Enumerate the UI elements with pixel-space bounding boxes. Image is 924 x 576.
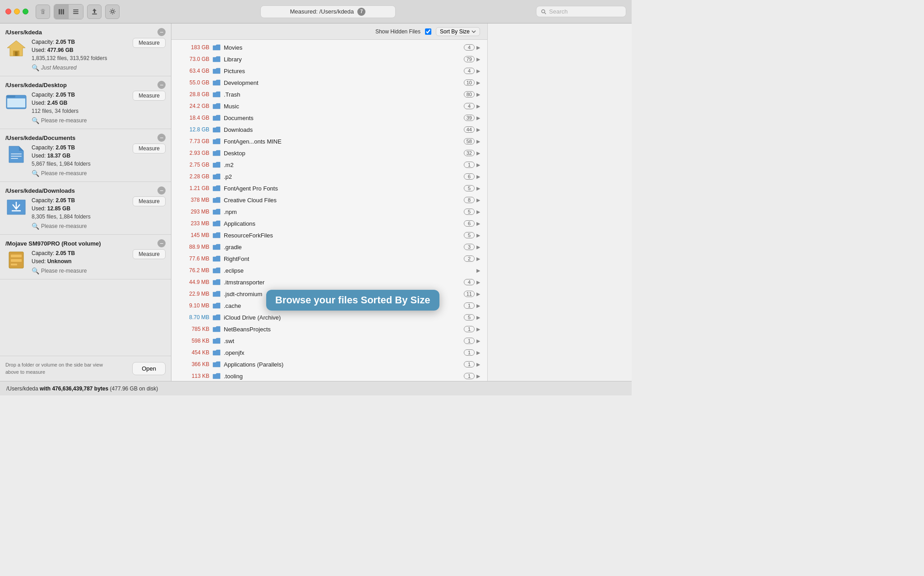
- file-row[interactable]: 8.70 MB iCloud Drive (Archive) 5 ▶: [171, 311, 487, 323]
- file-row[interactable]: 12.8 GB Downloads 44 ▶: [171, 124, 487, 135]
- file-row[interactable]: 113 KB .tooling 1 ▶: [171, 370, 487, 381]
- file-row[interactable]: 366 KB Applications (Parallels) 1 ▶: [171, 358, 487, 370]
- search-input-placeholder[interactable]: Search: [549, 8, 568, 15]
- view-list-button[interactable]: [69, 5, 83, 19]
- drill-arrow[interactable]: ▶: [475, 291, 482, 297]
- measure-button-3[interactable]: Measure: [133, 196, 166, 206]
- settings-button[interactable]: [105, 5, 120, 19]
- file-count: 11: [456, 291, 475, 297]
- file-row[interactable]: 7.73 GB FontAgen...onts MINE 58 ▶: [171, 135, 487, 147]
- sort-select[interactable]: Sort By Size: [436, 27, 480, 36]
- close-button[interactable]: [5, 9, 11, 14]
- sidebar-remove-2[interactable]: −: [157, 134, 166, 142]
- file-row[interactable]: 145 MB ResourceForkFiles 5 ▶: [171, 229, 487, 241]
- measure-button-1[interactable]: Measure: [133, 91, 166, 101]
- drill-arrow[interactable]: ▶: [475, 362, 482, 367]
- drill-arrow[interactable]: ▶: [475, 338, 482, 344]
- drill-arrow[interactable]: ▶: [475, 45, 482, 51]
- file-row[interactable]: 22.9 MB .jsdt-chromium 11 ▶: [171, 288, 487, 300]
- measure-button-2[interactable]: Measure: [133, 144, 166, 153]
- view-columns-button[interactable]: [54, 5, 69, 19]
- file-count: 4: [456, 44, 475, 51]
- folder-icon-docs: [5, 144, 27, 165]
- drill-arrow[interactable]: ▶: [475, 92, 482, 98]
- measure-button-4[interactable]: Measure: [133, 249, 166, 259]
- drill-arrow[interactable]: ▶: [475, 209, 482, 215]
- trash-button[interactable]: [36, 5, 50, 19]
- drill-arrow[interactable]: ▶: [475, 315, 482, 321]
- drill-arrow[interactable]: ▶: [475, 232, 482, 238]
- sidebar-remove-3[interactable]: −: [157, 186, 166, 195]
- measure-button-0[interactable]: Measure: [133, 38, 166, 48]
- export-button[interactable]: [87, 5, 102, 19]
- file-row[interactable]: 73.0 GB Library 79 ▶: [171, 53, 487, 65]
- file-row[interactable]: 55.0 GB Development 10 ▶: [171, 77, 487, 88]
- file-row[interactable]: 785 KB NetBeansProjects 1 ▶: [171, 323, 487, 335]
- file-row[interactable]: 598 KB .swt 1 ▶: [171, 335, 487, 347]
- maximize-button[interactable]: [23, 9, 28, 14]
- file-row[interactable]: 24.2 GB Music 4 ▶: [171, 100, 487, 112]
- drill-arrow[interactable]: ▶: [475, 56, 482, 62]
- drill-arrow[interactable]: ▶: [475, 103, 482, 109]
- file-name: NetBeansProjects: [224, 326, 456, 333]
- file-row[interactable]: 9.10 MB .cache 1 ▶: [171, 300, 487, 311]
- file-row[interactable]: 183 GB Movies 4 ▶: [171, 42, 487, 53]
- drill-arrow[interactable]: ▶: [475, 221, 482, 227]
- folder-icon-small: [211, 208, 222, 215]
- file-size: 73.0 GB: [177, 56, 209, 62]
- drill-arrow[interactable]: ▶: [475, 174, 482, 180]
- breadcrumb-pill[interactable]: Measured: /Users/kdeda 7: [260, 5, 396, 18]
- folder-icon-small: [211, 220, 222, 227]
- file-size: 76.2 MB: [177, 267, 209, 274]
- drill-arrow[interactable]: ▶: [475, 303, 482, 309]
- file-row[interactable]: 77.6 MB RightFont 2 ▶: [171, 253, 487, 265]
- file-row[interactable]: 88.9 MB .gradle 3 ▶: [171, 241, 487, 253]
- drill-arrow[interactable]: ▶: [475, 115, 482, 121]
- drill-arrow[interactable]: ▶: [475, 256, 482, 262]
- file-row[interactable]: 2.93 GB Desktop 32 ▶: [171, 147, 487, 159]
- show-hidden-checkbox[interactable]: [425, 28, 431, 35]
- file-name: Applications (Parallels): [224, 361, 456, 368]
- drill-arrow[interactable]: ▶: [475, 68, 482, 74]
- file-row[interactable]: 1.21 GB FontAgent Pro Fonts 5 ▶: [171, 182, 487, 194]
- drill-arrow[interactable]: ▶: [475, 127, 482, 133]
- minimize-button[interactable]: [14, 9, 20, 14]
- sidebar-path-2: /Users/kdeda/Documents: [5, 135, 75, 141]
- sidebar-remove-4[interactable]: −: [157, 239, 166, 247]
- drill-arrow[interactable]: ▶: [475, 139, 482, 144]
- drill-arrow[interactable]: ▶: [475, 326, 482, 332]
- file-row[interactable]: 2.75 GB .m2 1 ▶: [171, 159, 487, 171]
- file-row[interactable]: 76.2 MB .eclipse ▶: [171, 265, 487, 276]
- open-button[interactable]: Open: [132, 362, 166, 375]
- file-name: .itmstransporter: [224, 279, 456, 286]
- chevron-down-icon: [471, 30, 476, 33]
- drill-arrow[interactable]: ▶: [475, 197, 482, 203]
- file-row[interactable]: 378 MB Creative Cloud Files 8 ▶: [171, 194, 487, 206]
- drill-arrow[interactable]: ▶: [475, 268, 482, 274]
- file-row[interactable]: 233 MB Applications 6 ▶: [171, 218, 487, 229]
- file-name: .npm: [224, 209, 456, 215]
- file-row[interactable]: 293 MB .npm 5 ▶: [171, 206, 487, 218]
- file-row[interactable]: 2.28 GB .p2 6 ▶: [171, 171, 487, 182]
- svg-rect-13: [6, 95, 15, 98]
- file-row[interactable]: 18.4 GB Documents 39 ▶: [171, 112, 487, 124]
- file-size: 1.21 GB: [177, 185, 209, 191]
- file-row[interactable]: 44.9 MB .itmstransporter 4 ▶: [171, 276, 487, 288]
- sidebar-remove-0[interactable]: −: [157, 28, 166, 36]
- file-row[interactable]: 454 KB .openjfx 1 ▶: [171, 347, 487, 358]
- drill-arrow[interactable]: ▶: [475, 373, 482, 379]
- file-row[interactable]: 63.4 GB Pictures 4 ▶: [171, 65, 487, 77]
- folder-icon-small: [211, 243, 222, 251]
- drill-arrow[interactable]: ▶: [475, 279, 482, 285]
- sidebar-remove-1[interactable]: −: [157, 81, 166, 89]
- drill-arrow[interactable]: ▶: [475, 150, 482, 156]
- sort-label: Sort By Size: [440, 28, 470, 35]
- drill-arrow[interactable]: ▶: [475, 186, 482, 191]
- file-row[interactable]: 28.8 GB .Trash 80 ▶: [171, 88, 487, 100]
- drill-arrow[interactable]: ▶: [475, 162, 482, 168]
- search-bar[interactable]: Search: [536, 6, 626, 17]
- drill-arrow[interactable]: ▶: [475, 244, 482, 250]
- drill-arrow[interactable]: ▶: [475, 350, 482, 356]
- drill-arrow[interactable]: ▶: [475, 80, 482, 86]
- file-size: 77.6 MB: [177, 255, 209, 262]
